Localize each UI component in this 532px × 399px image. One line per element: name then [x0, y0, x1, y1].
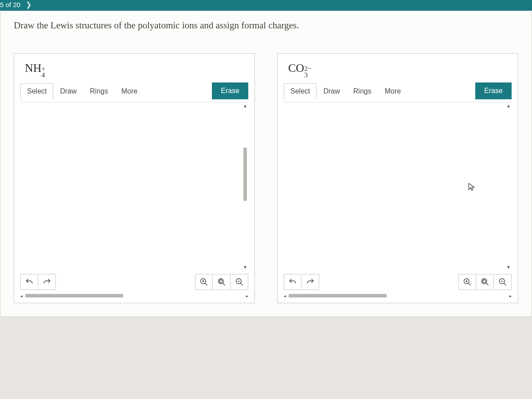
h-scroll-thumb[interactable] [25, 294, 123, 297]
drawing-toolbar: Select Draw Rings More Erase [14, 82, 254, 102]
undo-icon [288, 278, 297, 286]
canvas-bottom-toolbar [14, 270, 254, 293]
tab-draw[interactable]: Draw [317, 83, 346, 99]
tab-select[interactable]: Select [20, 83, 53, 99]
redo-icon [43, 278, 51, 286]
drawing-panel-nh4: NH+4 Select Draw Rings More Erase ▲ ▼ [14, 53, 255, 303]
h-scroll-track[interactable] [289, 294, 507, 297]
scroll-right-icon[interactable]: ▸ [509, 293, 512, 298]
tab-draw[interactable]: Draw [53, 83, 83, 99]
next-question-chevron-icon[interactable]: ❯ [26, 0, 31, 9]
drawing-canvas[interactable]: ▲ ▼ [20, 102, 248, 270]
undo-icon [25, 278, 34, 286]
scroll-thumb[interactable] [243, 148, 247, 201]
scroll-track[interactable] [243, 109, 247, 264]
scroll-thumb[interactable] [507, 109, 510, 242]
cursor-icon [467, 182, 476, 193]
zoom-reset-button[interactable] [476, 274, 494, 290]
zoom-out-icon [235, 278, 244, 286]
tab-more[interactable]: More [115, 83, 144, 99]
canvas-bottom-toolbar [278, 270, 518, 293]
question-card: Draw the Lewis structures of the polyato… [0, 11, 532, 317]
scroll-right-icon[interactable]: ▸ [246, 293, 248, 298]
formula-base: NH [25, 62, 42, 74]
drawing-panels-row: NH+4 Select Draw Rings More Erase ▲ ▼ [14, 53, 518, 303]
zoom-out-icon [498, 278, 507, 286]
zoom-out-button[interactable] [494, 274, 512, 290]
zoom-group [195, 274, 248, 290]
vertical-scrollbar[interactable]: ▲ ▼ [505, 102, 512, 270]
scroll-track[interactable] [507, 109, 510, 264]
question-counter: 5 of 20 [0, 1, 20, 8]
undo-button[interactable] [284, 274, 301, 290]
drawing-canvas[interactable]: ▲ ▼ [284, 102, 512, 270]
zoom-in-icon [200, 278, 208, 286]
redo-button[interactable] [38, 274, 56, 290]
question-nav: 5 of 20 ❯ [0, 0, 532, 11]
svg-line-14 [486, 283, 488, 285]
formula-base: CO [288, 62, 304, 74]
zoom-in-button[interactable] [195, 274, 213, 290]
undo-redo-group [20, 274, 56, 290]
formula-co3: CO2−3 [278, 54, 518, 82]
zoom-in-button[interactable] [458, 274, 476, 290]
formula-nh4: NH+4 [14, 54, 254, 82]
formula-supsub: 2−3 [304, 66, 312, 78]
zoom-reset-button[interactable] [213, 274, 231, 290]
zoom-in-icon [463, 278, 472, 286]
scroll-left-icon[interactable]: ◂ [20, 293, 23, 298]
formula-sub: 4 [42, 72, 46, 78]
svg-line-1 [205, 283, 207, 285]
erase-button[interactable]: Erase [475, 82, 512, 99]
scroll-up-icon[interactable]: ▲ [243, 102, 247, 109]
svg-line-5 [223, 283, 225, 285]
horizontal-scrollbar[interactable]: ◂ ▸ [278, 293, 518, 303]
svg-line-10 [469, 283, 471, 285]
vertical-scrollbar[interactable]: ▲ ▼ [242, 102, 248, 270]
zoom-group [458, 274, 512, 290]
redo-button[interactable] [301, 274, 319, 290]
zoom-out-button[interactable] [231, 274, 248, 290]
tab-rings[interactable]: Rings [347, 83, 378, 99]
tab-rings[interactable]: Rings [83, 83, 115, 99]
formula-sub: 3 [304, 72, 312, 78]
svg-line-7 [240, 283, 243, 285]
scroll-down-icon[interactable]: ▼ [506, 264, 511, 270]
horizontal-scrollbar[interactable]: ◂ ▸ [14, 293, 254, 303]
drawing-toolbar: Select Draw Rings More Erase [278, 82, 518, 102]
scroll-up-icon[interactable]: ▲ [506, 102, 511, 109]
scroll-down-icon[interactable]: ▼ [243, 264, 247, 270]
zoom-reset-icon [481, 278, 489, 286]
drawing-panel-co3: CO2−3 Select Draw Rings More Erase ▲ ▼ [277, 53, 518, 303]
scroll-left-icon[interactable]: ◂ [284, 293, 286, 298]
formula-supsub: +4 [42, 66, 46, 78]
h-scroll-track[interactable] [25, 294, 243, 297]
zoom-reset-icon [217, 278, 226, 286]
redo-icon [306, 278, 315, 286]
svg-line-16 [504, 283, 506, 285]
undo-button[interactable] [20, 274, 38, 290]
question-prompt: Draw the Lewis structures of the polyato… [14, 20, 518, 31]
tab-more[interactable]: More [378, 83, 407, 99]
undo-redo-group [284, 274, 319, 290]
tab-select[interactable]: Select [284, 83, 317, 99]
erase-button[interactable]: Erase [212, 82, 248, 99]
h-scroll-thumb[interactable] [289, 294, 387, 297]
